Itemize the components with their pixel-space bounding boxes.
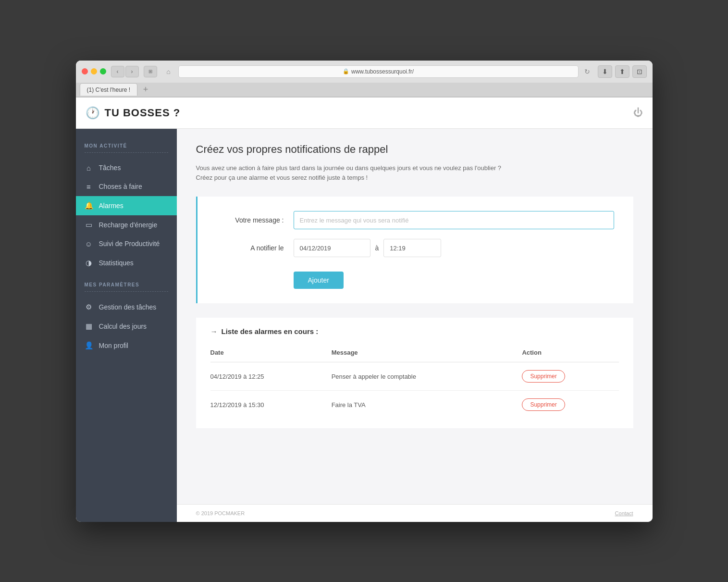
footer: © 2019 POCMAKER Contact xyxy=(177,504,653,522)
sidebar-section-params: MES PARAMÈTRES xyxy=(76,282,177,291)
sidebar-item-profil[interactable]: 👤 Mon profil xyxy=(76,336,177,355)
sidebar-item-recharge[interactable]: ▭ Recharge d'énergie xyxy=(76,215,177,235)
close-button[interactable] xyxy=(82,68,88,74)
sidebar-label-gestion: Gestion des tâches xyxy=(99,303,157,311)
browser-actions: ⬇ ⬆ ⊡ xyxy=(598,65,647,78)
url-text: www.tubossessurquoi.fr/ xyxy=(351,68,414,75)
date-input[interactable] xyxy=(294,239,370,257)
alarm-message-0: Penser à appeler le comptable xyxy=(332,362,522,391)
home-button[interactable]: ⌂ xyxy=(162,66,175,77)
at-label: à xyxy=(375,244,379,252)
sidebar-label-choses: Choses à faire xyxy=(99,183,142,190)
forward-button[interactable]: › xyxy=(125,66,139,77)
alarm-message-1: Faire la TVA xyxy=(332,391,522,419)
page-description: Vous avez une action à faire plus tard d… xyxy=(196,163,633,184)
alarm-action-1: Supprimer xyxy=(522,391,618,419)
alarm-list-title: → Liste des alarmes en cours : xyxy=(210,327,619,335)
logo-clock-icon: 🕐 xyxy=(86,106,100,120)
new-window-button[interactable]: ⊡ xyxy=(632,65,647,78)
sidebar-label-alarmes: Alarmes xyxy=(99,202,123,210)
refresh-button[interactable]: ↻ xyxy=(581,66,593,77)
col-date: Date xyxy=(210,345,332,362)
alarm-action-0: Supprimer xyxy=(522,362,618,391)
message-row: Votre message : xyxy=(217,211,614,229)
sidebar-label-taches: Tâches xyxy=(99,164,121,172)
sidebar-label-suivi: Suivi de Productivité xyxy=(99,240,160,248)
arrow-icon: → xyxy=(210,327,218,335)
col-message: Message xyxy=(332,345,522,362)
gear-icon: ⚙ xyxy=(85,303,93,311)
sidebar-label-calcul: Calcul des jours xyxy=(99,322,147,330)
delete-button-0[interactable]: Supprimer xyxy=(522,370,565,383)
alarm-list-heading: Liste des alarmes en cours : xyxy=(222,327,319,335)
description-line1: Vous avez une action à faire plus tard d… xyxy=(196,164,502,172)
sidebar-label-profil: Mon profil xyxy=(99,342,128,349)
alarm-table: Date Message Action 04/12/2019 à 12:25 P… xyxy=(210,345,619,419)
home-icon: ⌂ xyxy=(85,164,93,172)
alarm-form-card: Votre message : A notifier le à Ajouter xyxy=(196,197,633,303)
calendar-icon: ▦ xyxy=(85,322,93,331)
message-input[interactable] xyxy=(294,211,614,229)
battery-icon: ▭ xyxy=(85,221,93,229)
table-row: 04/12/2019 à 12:25 Penser à appeler le c… xyxy=(210,362,619,391)
footer-contact-link[interactable]: Contact xyxy=(615,510,633,516)
main-below-header: MON ACTIVITÉ ⌂ Tâches ≡ Choses à faire 🔔… xyxy=(76,129,653,522)
user-icon: 👤 xyxy=(85,341,93,350)
address-bar-container: ⌂ 🔒 www.tubossessurquoi.fr/ ↻ xyxy=(162,65,593,78)
lock-icon: 🔒 xyxy=(343,68,349,74)
sidebar-label-recharge: Recharge d'énergie xyxy=(99,221,158,229)
alarm-date-0: 04/12/2019 à 12:25 xyxy=(210,362,332,391)
list-icon: ≡ xyxy=(85,183,93,191)
sidebar-item-taches[interactable]: ⌂ Tâches xyxy=(76,159,177,177)
share-button[interactable]: ⬆ xyxy=(615,65,629,78)
bell-icon: 🔔 xyxy=(85,201,93,210)
add-button[interactable]: Ajouter xyxy=(294,272,344,289)
maximize-button[interactable] xyxy=(100,68,106,74)
delete-button-1[interactable]: Supprimer xyxy=(522,398,565,411)
download-button[interactable]: ⬇ xyxy=(598,65,612,78)
time-input[interactable] xyxy=(383,239,441,257)
app-header: 🕐 TU BOSSES ? ⏻ xyxy=(76,98,653,129)
new-tab-button[interactable]: + xyxy=(140,84,151,95)
description-line2: Créez pour ça une alarme et vous serez n… xyxy=(196,174,368,181)
page-title: Créez vos propres notifications de rappe… xyxy=(196,143,633,156)
chart-icon: ◑ xyxy=(85,259,93,267)
tab-title: (1) C'est l'heure ! xyxy=(87,87,131,93)
traffic-lights xyxy=(82,68,106,74)
table-row: 12/12/2019 à 15:30 Faire la TVA Supprime… xyxy=(210,391,619,419)
main-content: Créez vos propres notifications de rappe… xyxy=(177,129,653,504)
smiley-icon: ☺ xyxy=(85,240,93,248)
power-button[interactable]: ⏻ xyxy=(633,107,643,118)
sidebar-item-alarmes[interactable]: 🔔 Alarmes xyxy=(76,196,177,215)
sidebar-item-suivi[interactable]: ☺ Suivi de Productivité xyxy=(76,235,177,253)
sidebar-label-statistiques: Statistiques xyxy=(99,259,134,267)
address-bar[interactable]: 🔒 www.tubossessurquoi.fr/ xyxy=(178,65,579,78)
notify-row: A notifier le à xyxy=(217,239,614,257)
alarm-date-1: 12/12/2019 à 15:30 xyxy=(210,391,332,419)
logo-area: 🕐 TU BOSSES ? xyxy=(86,106,181,120)
window-toggle-button[interactable]: ⊞ xyxy=(144,66,157,77)
col-action: Action xyxy=(522,345,618,362)
sidebar-item-calcul[interactable]: ▦ Calcul des jours xyxy=(76,317,177,336)
logo-text: TU BOSSES ? xyxy=(105,107,181,119)
message-label: Votre message : xyxy=(217,216,294,224)
nav-buttons: ‹ › xyxy=(111,66,139,77)
back-button[interactable]: ‹ xyxy=(111,66,124,77)
active-tab[interactable]: (1) C'est l'heure ! xyxy=(80,83,138,96)
sidebar-item-choses[interactable]: ≡ Choses à faire xyxy=(76,177,177,196)
notify-label: A notifier le xyxy=(217,244,294,252)
sidebar-item-statistiques[interactable]: ◑ Statistiques xyxy=(76,253,177,272)
sidebar-item-gestion[interactable]: ⚙ Gestion des tâches xyxy=(76,297,177,317)
sidebar: MON ACTIVITÉ ⌂ Tâches ≡ Choses à faire 🔔… xyxy=(76,129,177,522)
footer-copyright: © 2019 POCMAKER xyxy=(196,510,245,516)
sidebar-section-activity: MON ACTIVITÉ xyxy=(76,143,177,152)
tab-bar: (1) C'est l'heure ! + xyxy=(76,83,653,97)
alarm-list-section: → Liste des alarmes en cours : Date Mess… xyxy=(196,318,633,428)
date-time-row: à xyxy=(294,239,442,257)
minimize-button[interactable] xyxy=(91,68,97,74)
